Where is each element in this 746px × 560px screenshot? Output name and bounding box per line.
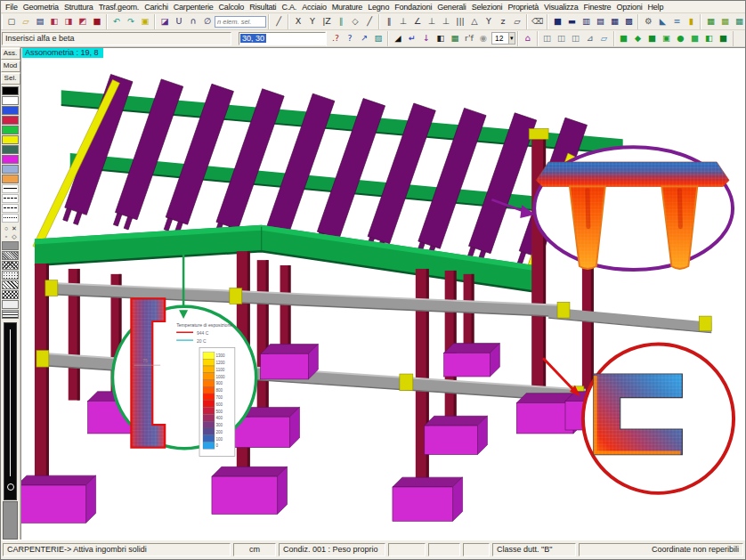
menu-fondazioni[interactable]: Fondazioni xyxy=(392,3,434,12)
snap-z-icon[interactable]: z xyxy=(496,15,510,28)
gear-icon[interactable]: ⚙ xyxy=(641,15,655,28)
orbit-icon[interactable]: ↷ xyxy=(124,15,138,28)
menu-opzioni[interactable]: Opzioni xyxy=(613,3,645,12)
menu-help[interactable]: Help xyxy=(645,3,667,12)
alpha-beta-input[interactable]: 30, 30 xyxy=(239,32,326,45)
select-filter-icon[interactable]: ◪ xyxy=(158,15,172,28)
menu-c-a-[interactable]: C.A. xyxy=(279,3,299,12)
mesh-view-3-icon[interactable]: ▦ xyxy=(732,15,746,28)
pattern-swatch-solid[interactable] xyxy=(2,241,19,250)
snap-baseline-icon[interactable]: ⊥ xyxy=(439,15,453,28)
snap-parallel-icon[interactable]: ‖ xyxy=(382,15,396,28)
menu-selezioni[interactable]: Selezioni xyxy=(469,3,506,12)
linestyle-solid[interactable] xyxy=(2,184,19,193)
solid-half-icon[interactable]: ◧ xyxy=(702,32,717,45)
symbol-swatch-1[interactable]: ✕ xyxy=(11,224,19,232)
window-split-4-icon[interactable]: ▤ xyxy=(593,15,607,28)
menu-calcolo[interactable]: Calcolo xyxy=(216,3,247,12)
color-swatch-8[interactable] xyxy=(2,165,19,174)
color-swatch-4[interactable] xyxy=(2,126,19,134)
slope-icon[interactable]: ◣ xyxy=(655,15,669,28)
wire-cube-1-icon[interactable]: ◫ xyxy=(540,32,555,45)
menu-risultati[interactable]: Risultati xyxy=(247,3,279,12)
window-split-5-icon[interactable]: ▦ xyxy=(607,15,621,28)
window-split-3-icon[interactable]: ▥ xyxy=(579,15,593,28)
axis-y-icon[interactable]: Y xyxy=(305,15,320,28)
solid-box-3-icon[interactable]: ■ xyxy=(717,32,731,45)
solid-cube-icon[interactable]: ◆ xyxy=(631,32,645,45)
pattern-swatch-fine[interactable] xyxy=(2,251,19,260)
window-split-2-icon[interactable]: ▬ xyxy=(564,15,579,28)
snap-sheet-icon[interactable]: ▱ xyxy=(510,15,524,28)
draw-line-icon[interactable]: ╱ xyxy=(272,15,286,28)
wire-cube-3-icon[interactable]: ◫ xyxy=(569,32,583,45)
zoom-slider-knob[interactable] xyxy=(7,483,14,491)
menu-file[interactable]: File xyxy=(3,3,20,12)
download-arrow-icon[interactable]: ↓ xyxy=(419,32,434,45)
menu-propriet-[interactable]: Proprietà xyxy=(505,3,541,12)
solid-box-2-icon[interactable]: ■ xyxy=(688,32,702,45)
lock-icon[interactable]: ▮ xyxy=(684,15,698,28)
solid-node-icon[interactable]: ▣ xyxy=(660,32,674,45)
list-icon[interactable]: ≡ xyxy=(669,15,684,28)
color-swatch-9[interactable] xyxy=(2,174,19,183)
pattern-swatch-diag[interactable] xyxy=(2,280,19,289)
new-file-icon[interactable]: ▢ xyxy=(4,15,19,28)
snap-triangle-icon[interactable]: △ xyxy=(467,15,482,28)
bw-panel-icon[interactable]: ◧ xyxy=(434,32,448,45)
color-swatch-5[interactable] xyxy=(2,135,19,144)
color-swatch-7[interactable] xyxy=(2,155,19,164)
record-red-icon[interactable]: ■ xyxy=(90,15,104,28)
solid-box-icon[interactable]: ■ xyxy=(617,32,631,45)
menu-murature[interactable]: Murature xyxy=(329,3,365,12)
snap-triple-icon[interactable]: ||| xyxy=(453,15,467,28)
model-view-red-icon[interactable]: ◧ xyxy=(47,15,61,28)
linestyle-dot[interactable] xyxy=(2,214,19,223)
rf-icon[interactable]: r'f xyxy=(462,32,476,45)
font-size-dropdown[interactable]: 12▾ xyxy=(491,32,515,45)
hatch-info-icon[interactable]: ▨ xyxy=(371,32,385,45)
undo-icon[interactable]: ↶ xyxy=(109,15,124,28)
intersection-icon[interactable]: ∩ xyxy=(186,15,200,28)
window-split-1-icon[interactable]: ■ xyxy=(550,15,564,28)
model-view-green-icon[interactable]: ◩ xyxy=(76,15,90,28)
pattern-swatch-rings[interactable] xyxy=(2,300,19,309)
snap-perp-drop-icon[interactable]: ⊥ xyxy=(425,15,439,28)
union-icon[interactable]: U xyxy=(172,15,186,28)
symbol-swatch-0[interactable]: ○ xyxy=(3,224,11,232)
menu-trasf-geom-[interactable]: Trasf.geom. xyxy=(96,3,142,12)
circle-tool-icon[interactable]: ◉ xyxy=(476,32,491,45)
snap-angle-icon[interactable]: ∠ xyxy=(410,15,425,28)
pattern-swatch-dots[interactable] xyxy=(2,271,19,280)
color-swatch-0[interactable] xyxy=(2,86,19,95)
open-folder-icon[interactable]: ▱ xyxy=(19,15,33,28)
menu-carichi[interactable]: Carichi xyxy=(142,3,171,12)
menu-acciaio[interactable]: Acciaio xyxy=(299,3,329,12)
solid-sphere-icon[interactable]: ● xyxy=(674,32,688,45)
menu-visualizza[interactable]: Visualizza xyxy=(541,3,580,12)
menu-finestre[interactable]: Finestre xyxy=(580,3,613,12)
mesh-view-1-icon[interactable]: ▦ xyxy=(703,15,718,28)
palette-button-ass[interactable]: Ass. xyxy=(1,48,20,60)
selected-count-input[interactable] xyxy=(215,16,266,28)
parallel-lines-icon[interactable]: ∥ xyxy=(334,15,348,28)
mesh-view-2-icon[interactable]: ▦ xyxy=(718,15,732,28)
symbol-swatch-3[interactable]: ◇ xyxy=(11,232,19,240)
palette-button-mod[interactable]: Mod xyxy=(1,61,20,72)
zoom-slider[interactable] xyxy=(4,322,17,500)
linestyle-dashdot[interactable] xyxy=(2,204,19,213)
save-icon[interactable]: ▤ xyxy=(33,15,47,28)
eraser-icon[interactable]: ⌫ xyxy=(530,15,545,28)
color-swatch-2[interactable] xyxy=(2,106,19,115)
pattern-swatch-check[interactable] xyxy=(2,290,19,299)
snap-perpendicular-icon[interactable]: ⊥ xyxy=(396,15,410,28)
window-split-6-icon[interactable]: ▩ xyxy=(621,15,636,28)
color-swatch-1[interactable] xyxy=(2,96,19,105)
color-panel-icon[interactable]: ▦ xyxy=(448,32,462,45)
palette-button-sel[interactable]: Sel. xyxy=(1,73,20,85)
model-view-cyan-icon[interactable]: ◨ xyxy=(61,15,76,28)
axis-x-icon[interactable]: X xyxy=(291,15,305,28)
chevron-down-icon[interactable]: ▾ xyxy=(508,33,515,44)
free-line-icon[interactable]: ╱ xyxy=(362,15,377,28)
menu-legno[interactable]: Legno xyxy=(365,3,392,12)
